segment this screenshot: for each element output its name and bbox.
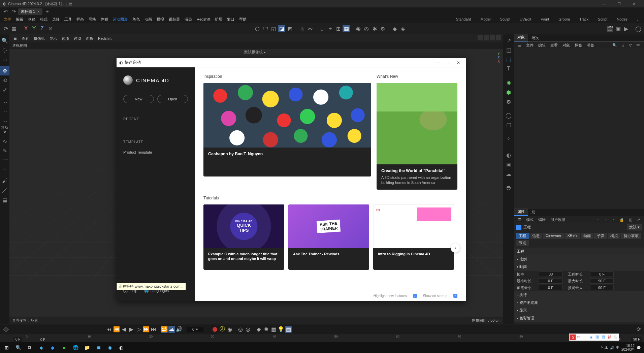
cube-shade-icon[interactable]: ◩	[286, 25, 293, 32]
window-close[interactable]: ✕	[626, 0, 641, 7]
section-exec[interactable]: ▸执行	[514, 291, 644, 299]
om-object[interactable]: 对象	[560, 43, 572, 48]
spline-tool-icon[interactable]: ∿	[0, 136, 9, 146]
recent-tool-3-icon[interactable]: …	[0, 115, 9, 125]
record-icon[interactable]: ◉	[355, 25, 362, 32]
goto-start-button[interactable]: ⏮	[106, 326, 112, 333]
ime-menu-icon[interactable]: 品	[613, 334, 618, 340]
vp-menu-redshift[interactable]: Redshift	[96, 36, 114, 40]
simplay-button[interactable]: ⛰	[168, 326, 175, 333]
menu-simulate[interactable]: 模拟	[154, 17, 166, 22]
layout-more-icon[interactable]: ⋮	[632, 17, 643, 22]
live-select-icon[interactable]: ◌	[0, 45, 9, 55]
generator-icon[interactable]: ✺	[505, 79, 513, 87]
menu-animate[interactable]: 动画	[142, 17, 154, 22]
objects-tree[interactable]	[514, 49, 644, 209]
snap-grid-icon[interactable]: ▦	[343, 25, 350, 32]
sketch-tool-icon[interactable]: 〰	[0, 155, 9, 165]
section-display[interactable]: ▸显示	[514, 307, 644, 314]
am-open-icon[interactable]: ↗	[635, 218, 642, 222]
magnet-icon[interactable]: ⊍	[318, 25, 326, 32]
menu-window[interactable]: 窗口	[225, 17, 237, 22]
cube-icon[interactable]: ◫	[505, 46, 513, 54]
vp-orbit-icon[interactable]	[490, 35, 495, 40]
node-icon[interactable]: ⬨	[505, 134, 513, 142]
axis-z-toggle[interactable]: Z	[38, 25, 46, 32]
app-4-icon[interactable]: ◉	[104, 342, 115, 353]
knife-tool-icon[interactable]: ／	[0, 186, 9, 195]
app-1-icon[interactable]: ◆	[36, 342, 46, 353]
section-color[interactable]: ▸色彩管理	[514, 314, 644, 322]
section-time[interactable]: ▾时间	[514, 263, 644, 271]
chrome-icon[interactable]: 🌐	[70, 342, 81, 353]
environ-icon[interactable]: ☁	[505, 170, 513, 178]
scale-key-icon[interactable]: ◎	[245, 326, 251, 333]
opt2-icon[interactable]: ✺	[263, 326, 269, 333]
tl-menu-icon[interactable]: ⟳	[635, 326, 642, 333]
cube-out-icon[interactable]: ⬚	[262, 25, 269, 32]
proj-len-field[interactable]: 0 F	[590, 271, 614, 277]
highlight-features-checkbox[interactable]: ✓	[413, 294, 417, 298]
layout-sculpt[interactable]: Sculpt	[495, 17, 515, 21]
extrude-tool-icon[interactable]: ⬓	[0, 195, 9, 204]
am-up-icon[interactable]: ↑	[611, 218, 617, 222]
ime-opt3-icon[interactable]: 衫	[607, 334, 612, 340]
light-icon[interactable]: ◐	[505, 151, 513, 159]
hamburger-icon[interactable]: ☰	[11, 36, 19, 41]
vp-menu-view[interactable]: 查看	[20, 36, 31, 41]
cube-wire-icon[interactable]: ◱	[270, 25, 277, 32]
tutorial-card-2[interactable]: ASK THE TRAINER Ask The Trainer - Rewind…	[288, 204, 369, 270]
keyframe-icon[interactable]	[3, 326, 9, 332]
om-file[interactable]: 文件	[524, 43, 536, 48]
tab-attributes[interactable]: 属性	[514, 208, 528, 216]
layout-paint[interactable]: Paint	[536, 17, 554, 21]
menu-spline[interactable]: 样条	[74, 17, 86, 22]
autokey-button[interactable]: Ⓐ	[219, 326, 226, 333]
menu-character[interactable]: 角色	[130, 17, 142, 22]
recent-tool-1-icon[interactable]: …	[0, 96, 9, 106]
brush-tool-icon[interactable]: 🖌	[0, 176, 9, 186]
mode-dropdown[interactable]: 默认 ▾	[627, 224, 642, 230]
open-button[interactable]: Open	[157, 95, 188, 103]
om-eye-icon[interactable]: 👁	[634, 43, 642, 47]
menu-mograph[interactable]: 运动图形	[110, 17, 130, 22]
butterfly-icon[interactable]: ✱	[371, 25, 378, 32]
axis-y-toggle[interactable]: Y	[30, 25, 38, 32]
attr-btn-project[interactable]: 工程	[516, 233, 529, 239]
layout-model[interactable]: Model	[476, 17, 495, 21]
arrow-out-icon[interactable]: ↗	[505, 36, 513, 44]
ime-opt2-icon[interactable]: 图	[601, 334, 606, 340]
clapboard-icon[interactable]: 🎬	[606, 25, 614, 32]
goto-end-button[interactable]: ⏭	[150, 326, 157, 333]
gear-icon[interactable]: ⚙	[379, 25, 386, 32]
start-button[interactable]: ⊞	[1, 342, 12, 353]
tray-up-icon[interactable]: ^	[601, 346, 603, 350]
menu-file[interactable]: 文件	[1, 17, 13, 22]
document-tab[interactable]: 未标题 1 ✕	[18, 8, 42, 15]
cloner-icon[interactable]: ⬢	[505, 88, 513, 96]
vp-zoom-icon[interactable]	[484, 35, 489, 40]
next-arrow-button[interactable]: ›	[451, 243, 460, 253]
field-icon[interactable]: ▢	[505, 121, 513, 129]
material-icon[interactable]: ◓	[505, 183, 513, 191]
am-new-icon[interactable]: ◫	[627, 218, 634, 222]
vp-pan-icon[interactable]	[478, 35, 483, 40]
menu-edit[interactable]: 编辑	[13, 17, 26, 22]
points-tool-icon[interactable]: ⁘	[0, 165, 9, 174]
section-browser[interactable]: ▸资产浏览器	[514, 299, 644, 307]
vp-menu-options[interactable]: 选项	[60, 36, 71, 41]
vp-menu-display[interactable]: 显示	[47, 36, 59, 41]
tray-notif-icon[interactable]: 💬	[637, 346, 641, 350]
layout-track[interactable]: Track	[575, 17, 593, 21]
nav-icon[interactable]: ◆	[391, 25, 398, 32]
search-icon[interactable]: 🔍	[0, 36, 9, 45]
compass-icon[interactable]: ◈	[399, 25, 407, 32]
tutorial-card-1[interactable]: CINEMA 4DQUICK TIPS Example C with a muc…	[203, 204, 284, 270]
vp-menu-filter[interactable]: 过滤	[72, 36, 83, 41]
preview-max-field[interactable]: 90 F	[590, 285, 614, 290]
camera-label[interactable]: 默认摄像机▸☰	[244, 50, 268, 55]
attr-btn-anim[interactable]: 动画	[581, 233, 593, 239]
axis-x-toggle[interactable]: X	[22, 25, 30, 32]
layout-nodes[interactable]: Nodes	[612, 17, 632, 21]
current-frame-field[interactable]: 0 F	[187, 327, 203, 332]
